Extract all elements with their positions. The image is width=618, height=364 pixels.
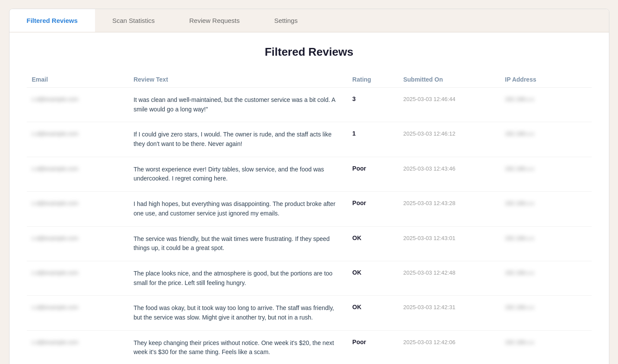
rating-value: Poor	[352, 199, 366, 206]
cell-ip: 192.168.x.x	[500, 157, 591, 191]
cell-email: c.d@example.com	[27, 330, 129, 364]
cell-review: I had high hopes, but everything was dis…	[128, 192, 347, 226]
cell-rating: OK	[347, 226, 398, 261]
cell-ip: 192.168.x.x	[500, 122, 591, 157]
table-row: c.d@example.comI had high hopes, but eve…	[27, 192, 592, 226]
tab-review-requests[interactable]: Review Requests	[172, 9, 257, 32]
cell-review: They keep changing their prices without …	[128, 330, 347, 364]
table-row: c.d@example.comThe food was okay, but it…	[27, 296, 592, 330]
cell-review: The worst experience ever! Dirty tables,…	[128, 157, 347, 191]
cell-ip: 192.168.x.x	[500, 296, 591, 330]
table-row: c.d@example.comIf I could give zero star…	[27, 122, 592, 157]
ip-blurred: 192.168.x.x	[505, 269, 534, 276]
cell-ip: 192.168.x.x	[500, 330, 591, 364]
cell-email: c.d@example.com	[27, 192, 129, 226]
table-row: c.d@example.comThey keep changing their …	[27, 330, 592, 364]
cell-review: The place looks nice, and the atmosphere…	[128, 261, 347, 295]
tab-filtered-reviews[interactable]: Filtered Reviews	[10, 9, 95, 32]
cell-review: The service was friendly, but the wait t…	[128, 226, 347, 261]
reviews-table: Email Review Text Rating Submitted On IP…	[27, 72, 592, 364]
ip-blurred: 192.168.x.x	[505, 339, 534, 345]
page-title: Filtered Reviews	[27, 45, 592, 59]
main-content: Filtered Reviews Email Review Text Ratin…	[10, 32, 609, 364]
email-blurred: c.d@example.com	[32, 130, 79, 137]
email-blurred: c.d@example.com	[32, 235, 79, 241]
app-container: Filtered Reviews Scan Statistics Review …	[9, 9, 609, 364]
cell-submitted: 2025-03-03 12:43:01	[398, 226, 500, 261]
cell-rating: OK	[347, 261, 398, 295]
cell-ip: 192.168.x.x	[500, 226, 591, 261]
table-row: c.d@example.comThe place looks nice, and…	[27, 261, 592, 295]
tab-settings[interactable]: Settings	[257, 9, 315, 32]
rating-value: OK	[352, 269, 361, 276]
cell-rating: OK	[347, 296, 398, 330]
cell-submitted: 2025-03-03 12:42:31	[398, 296, 500, 330]
cell-email: c.d@example.com	[27, 88, 129, 122]
ip-blurred: 192.168.x.x	[505, 165, 534, 172]
email-blurred: c.d@example.com	[32, 165, 79, 172]
submitted-date: 2025-03-03 12:43:46	[403, 165, 456, 172]
rating-value: OK	[352, 234, 361, 241]
cell-ip: 192.168.x.x	[500, 261, 591, 295]
col-header-email: Email	[27, 72, 129, 88]
cell-email: c.d@example.com	[27, 122, 129, 157]
cell-submitted: 2025-03-03 12:42:06	[398, 330, 500, 364]
rating-value: OK	[352, 304, 361, 310]
cell-ip: 192.168.x.x	[500, 192, 591, 226]
rating-value: 3	[352, 95, 356, 102]
email-blurred: c.d@example.com	[32, 269, 79, 276]
rating-value: Poor	[352, 165, 366, 172]
cell-review: The food was okay, but it took way too l…	[128, 296, 347, 330]
cell-email: c.d@example.com	[27, 157, 129, 191]
submitted-date: 2025-03-03 12:42:48	[403, 269, 456, 276]
cell-rating: 3	[347, 88, 398, 122]
email-blurred: c.d@example.com	[32, 304, 79, 310]
cell-email: c.d@example.com	[27, 226, 129, 261]
ip-blurred: 192.168.x.x	[505, 200, 534, 206]
ip-blurred: 192.168.x.x	[505, 130, 534, 137]
cell-submitted: 2025-03-03 12:46:12	[398, 122, 500, 157]
submitted-date: 2025-03-03 12:43:28	[403, 200, 456, 206]
cell-rating: 1	[347, 122, 398, 157]
table-row: c.d@example.comThe worst experience ever…	[27, 157, 592, 191]
cell-ip: 192.168.x.x	[500, 88, 591, 122]
ip-blurred: 192.168.x.x	[505, 235, 534, 241]
cell-submitted: 2025-03-03 12:42:48	[398, 261, 500, 295]
submitted-date: 2025-03-03 12:42:31	[403, 304, 456, 310]
table-body: c.d@example.comIt was clean and well-mai…	[27, 88, 592, 364]
nav-tabs: Filtered Reviews Scan Statistics Review …	[10, 9, 609, 32]
cell-email: c.d@example.com	[27, 296, 129, 330]
cell-submitted: 2025-03-03 12:46:44	[398, 88, 500, 122]
email-blurred: c.d@example.com	[32, 339, 79, 345]
submitted-date: 2025-03-03 12:46:12	[403, 130, 456, 137]
table-row: c.d@example.comIt was clean and well-mai…	[27, 88, 592, 122]
col-header-rating: Rating	[347, 72, 398, 88]
email-blurred: c.d@example.com	[32, 200, 79, 206]
cell-email: c.d@example.com	[27, 261, 129, 295]
table-header: Email Review Text Rating Submitted On IP…	[27, 72, 592, 88]
email-blurred: c.d@example.com	[32, 96, 79, 102]
submitted-date: 2025-03-03 12:42:06	[403, 339, 456, 345]
tab-scan-statistics[interactable]: Scan Statistics	[95, 9, 172, 32]
rating-value: Poor	[352, 339, 366, 345]
col-header-ip: IP Address	[500, 72, 591, 88]
cell-review: If I could give zero stars, I would. The…	[128, 122, 347, 157]
cell-rating: Poor	[347, 192, 398, 226]
cell-rating: Poor	[347, 157, 398, 191]
cell-rating: Poor	[347, 330, 398, 364]
ip-blurred: 192.168.x.x	[505, 96, 534, 102]
col-header-submitted: Submitted On	[398, 72, 500, 88]
submitted-date: 2025-03-03 12:43:01	[403, 235, 456, 241]
table-row: c.d@example.comThe service was friendly,…	[27, 226, 592, 261]
rating-value: 1	[352, 130, 356, 137]
cell-review: It was clean and well-maintained, but th…	[128, 88, 347, 122]
col-header-review: Review Text	[128, 72, 347, 88]
submitted-date: 2025-03-03 12:46:44	[403, 96, 456, 102]
cell-submitted: 2025-03-03 12:43:28	[398, 192, 500, 226]
ip-blurred: 192.168.x.x	[505, 304, 534, 310]
cell-submitted: 2025-03-03 12:43:46	[398, 157, 500, 191]
